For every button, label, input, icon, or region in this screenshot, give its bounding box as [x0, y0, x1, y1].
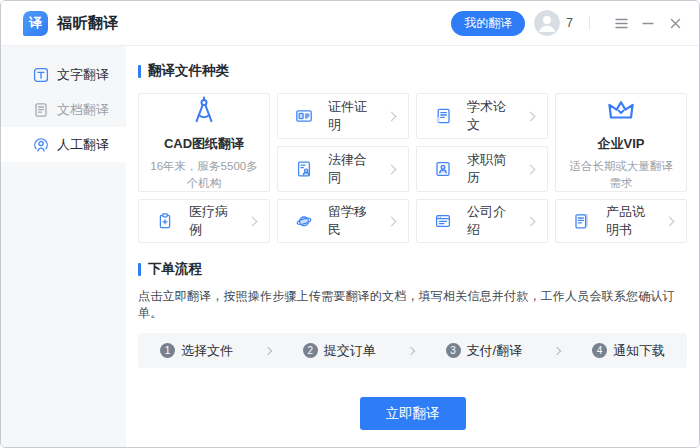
order-steps-bar: 1 选择文件 2 提交订单 3 支付/翻译 4 通知下载: [138, 333, 687, 368]
order-description: 点击立即翻译，按照操作步骤上传需要翻译的文档，填写相关信息并付款，工作人员会联系…: [138, 288, 687, 322]
step-number-badge: 3: [446, 343, 461, 358]
chevron-right-icon: [526, 164, 536, 174]
step-label: 选择文件: [181, 342, 233, 360]
sidebar-item-label: 文档翻译: [57, 101, 109, 119]
file-types-section-title: 翻译文件种类: [138, 62, 687, 80]
card-title: 企业VIP: [598, 135, 645, 153]
step-number-badge: 4: [592, 343, 607, 358]
card-subtitle: 16年来，服务5500多个机构: [147, 158, 261, 191]
drafting-compass-icon: [187, 94, 221, 128]
chevron-right-icon: [387, 216, 397, 226]
card-label: 求职简历: [467, 151, 512, 187]
app-window: 译 福昕翻译 我的翻译 7: [0, 0, 700, 448]
crown-icon: [604, 94, 638, 128]
step-submit-order: 2 提交订单: [303, 342, 376, 360]
step-number-badge: 1: [160, 343, 175, 358]
browser-window-icon: [434, 212, 452, 230]
card-legal-contracts[interactable]: 法律合同: [277, 146, 409, 192]
card-title: CAD图纸翻译: [164, 135, 244, 153]
chevron-right-icon: [665, 216, 675, 226]
id-card-icon: [295, 107, 313, 125]
close-icon[interactable]: [667, 15, 683, 31]
sidebar-item-document-translation[interactable]: 文档翻译: [1, 92, 126, 127]
minimize-icon[interactable]: [640, 15, 656, 31]
sidebar-item-text-translation[interactable]: 文字翻译: [1, 57, 126, 92]
card-product-manual[interactable]: 产品说明书: [555, 199, 687, 243]
step-select-file: 1 选择文件: [160, 342, 233, 360]
step-pay-translate: 3 支付/翻译: [446, 342, 523, 360]
human-translation-icon: [33, 137, 49, 153]
section-title-bar: [138, 263, 141, 276]
step-number-badge: 2: [303, 343, 318, 358]
card-label: 证件证明: [328, 98, 373, 134]
translate-now-button[interactable]: 立即翻译: [360, 397, 466, 430]
card-label: 公司介绍: [467, 203, 512, 239]
sidebar-item-label: 人工翻译: [57, 136, 109, 154]
brand: 译 福昕翻译: [23, 11, 119, 36]
titlebar: 译 福昕翻译 我的翻译 7: [1, 1, 699, 46]
step-label: 支付/翻译: [467, 342, 523, 360]
card-academic-papers[interactable]: 学术论文: [416, 93, 548, 139]
card-study-abroad[interactable]: 留学移民: [277, 199, 409, 243]
sidebar-item-label: 文字翻译: [57, 66, 109, 84]
card-label: 医疗病例: [189, 203, 234, 239]
card-resume[interactable]: 求职简历: [416, 146, 548, 192]
card-label: 法律合同: [328, 151, 373, 187]
step-label: 提交订单: [324, 342, 376, 360]
chevron-right-icon: [406, 346, 414, 354]
order-section-title: 下单流程: [138, 260, 687, 278]
legal-contract-icon: [295, 160, 313, 178]
chevron-right-icon: [553, 346, 561, 354]
chevron-right-icon: [248, 216, 258, 226]
file-type-card-grid: CAD图纸翻译 16年来，服务5500多个机构 证件证明: [138, 93, 687, 243]
booklet-icon: [573, 212, 591, 230]
notification-count: 7: [566, 16, 573, 30]
medical-record-icon: [156, 212, 174, 230]
step-label: 通知下载: [613, 342, 665, 360]
card-medical-records[interactable]: 医疗病例: [138, 199, 270, 243]
card-label: 留学移民: [328, 203, 373, 239]
card-label: 产品说明书: [606, 203, 651, 239]
document-translation-icon: [33, 102, 49, 118]
sidebar: 文字翻译 文档翻译 人: [1, 46, 126, 447]
text-translation-icon: [33, 67, 49, 83]
card-company-intro[interactable]: 公司介绍: [416, 199, 548, 243]
chevron-right-icon: [387, 164, 397, 174]
card-cad-translation[interactable]: CAD图纸翻译 16年来，服务5500多个机构: [138, 93, 270, 192]
sidebar-item-human-translation[interactable]: 人工翻译: [1, 127, 126, 162]
chevron-right-icon: [526, 111, 536, 121]
app-logo-icon: 译: [23, 11, 48, 36]
chevron-right-icon: [526, 216, 536, 226]
main-content: 翻译文件种类 CAD图纸翻译 16年来，服务5500多个机构: [126, 46, 699, 447]
step-download-notice: 4 通知下载: [592, 342, 665, 360]
section-title-text: 翻译文件种类: [148, 62, 229, 80]
card-label: 学术论文: [467, 98, 512, 134]
resume-icon: [434, 160, 452, 178]
chevron-right-icon: [264, 346, 272, 354]
globe-orbit-icon: [295, 212, 313, 230]
menu-icon[interactable]: [613, 15, 629, 31]
card-enterprise-vip[interactable]: 企业VIP 适合长期或大量翻译需求: [555, 93, 687, 192]
card-subtitle: 适合长期或大量翻译需求: [564, 158, 678, 191]
card-certificates[interactable]: 证件证明: [277, 93, 409, 139]
user-avatar[interactable]: [534, 10, 560, 36]
my-translations-button[interactable]: 我的翻译: [451, 11, 525, 36]
app-title: 福昕翻译: [57, 14, 119, 33]
titlebar-right: 我的翻译 7: [451, 10, 683, 36]
section-title-bar: [138, 65, 141, 78]
section-title-text: 下单流程: [148, 260, 202, 278]
titlebar-divider: [589, 16, 590, 30]
chevron-right-icon: [387, 111, 397, 121]
academic-paper-icon: [434, 107, 452, 125]
